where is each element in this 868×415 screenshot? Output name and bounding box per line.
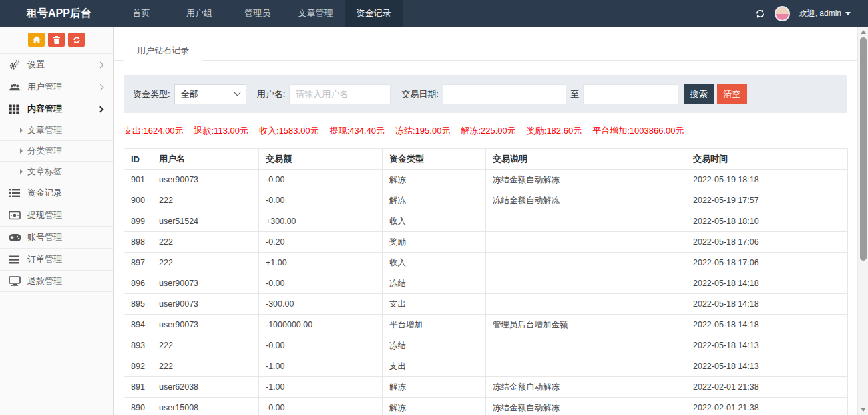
- top-navigation: 首页用户组管理员文章管理资金记录: [112, 0, 403, 27]
- sidebar-item-order-mgmt[interactable]: 订单管理: [0, 248, 113, 270]
- table-cell-note: [486, 294, 686, 315]
- chevron-down-icon: [234, 90, 240, 96]
- table-row: 891user62038-1.00解冻冻结金额自动解冻2022-02-01 21…: [124, 377, 848, 398]
- sidebar-item-label: 资金记录: [27, 187, 104, 199]
- table-cell-username: user62038: [152, 377, 259, 398]
- table-cell-type: 解冻: [383, 190, 486, 211]
- sidebar-item-article-tags[interactable]: 文章标签: [0, 161, 113, 182]
- table-cell-amount: -1.00: [259, 356, 383, 377]
- sidebar-item-content-mgmt[interactable]: 内容管理: [0, 98, 113, 120]
- recycle-icon: [73, 36, 81, 44]
- table-cell-username: 222: [152, 253, 259, 273]
- sidebar-item-label: 文章管理: [27, 124, 104, 136]
- table-cell-amount: -1000000.00: [259, 315, 383, 335]
- table-cell-username: user51524: [152, 211, 259, 232]
- table-cell-username: 222: [152, 190, 259, 211]
- table-cell-time: 2022-05-19 17:57: [686, 190, 848, 211]
- table-cell-type: 支出: [383, 356, 486, 377]
- table-cell-note: [486, 356, 686, 377]
- user-avatar[interactable]: [775, 6, 790, 21]
- table-cell-note: [486, 253, 686, 273]
- table-cell-type: 收入: [383, 253, 486, 273]
- table-cell-amount: -0.00: [259, 335, 383, 356]
- table-row: 890user15008-0.00解冻冻结金额自动解冻2022-02-01 21…: [124, 398, 848, 415]
- chevron-right-icon: [97, 106, 104, 112]
- sidebar-item-article-mgmt[interactable]: 文章管理: [0, 120, 113, 140]
- summary-stat: 提现:434.40元: [330, 125, 385, 137]
- gears-icon: [9, 59, 22, 70]
- content-area: 资金类型: 全部 用户名: 交易日期: 至 搜索 清空 支出:1624.00元退…: [114, 61, 857, 415]
- sidebar-quick-buttons: [0, 27, 113, 53]
- table-cell-id: 895: [124, 294, 152, 315]
- username-label: 用户名:: [257, 88, 286, 100]
- topnav-item-article-mgmt[interactable]: 文章管理: [286, 0, 345, 27]
- refresh-icon[interactable]: [755, 9, 765, 19]
- table-cell-amount: -0.00: [259, 273, 383, 294]
- fund-type-select[interactable]: 全部: [174, 84, 246, 104]
- sidebar-item-user-mgmt[interactable]: 用户管理: [0, 76, 113, 98]
- scroll-up-arrow[interactable]: [861, 30, 866, 34]
- summary-stat: 退款:113.00元: [194, 125, 248, 137]
- scrollbar-thumb[interactable]: [860, 37, 867, 261]
- table-cell-username: user15008: [152, 398, 259, 415]
- sidebar: 设置用户管理内容管理文章管理分类管理文章标签资金记录提现管理账号管理订单管理退款…: [0, 27, 114, 415]
- chevron-right-icon: [97, 84, 104, 90]
- trade-date-label: 交易日期:: [401, 88, 439, 100]
- table-cell-id: 900: [124, 190, 152, 211]
- clear-button[interactable]: 清空: [717, 84, 747, 104]
- sidebar-item-fund-records[interactable]: 资金记录: [0, 182, 113, 204]
- topnav-item-home[interactable]: 首页: [112, 0, 170, 27]
- table-row: 898222-0.20奖励2022-05-18 17:06: [124, 232, 848, 253]
- topnav-item-admin[interactable]: 管理员: [228, 0, 286, 27]
- summary-stat: 奖励:182.60元: [527, 125, 582, 137]
- users-icon: [9, 82, 22, 92]
- triangle-right-icon: [20, 169, 23, 174]
- table-cell-time: 2022-05-19 18:18: [686, 170, 848, 190]
- table-cell-id: 894: [124, 315, 152, 335]
- sidebar-item-label: 用户管理: [27, 81, 98, 93]
- date-to-input[interactable]: [583, 84, 678, 104]
- topnav-item-user-group[interactable]: 用户组: [170, 0, 228, 27]
- recycle-button[interactable]: [68, 33, 85, 47]
- sidebar-item-category-mgmt[interactable]: 分类管理: [0, 140, 113, 161]
- filter-panel: 资金类型: 全部 用户名: 交易日期: 至 搜索 清空: [124, 75, 847, 113]
- tab-user-diamond-records[interactable]: 用户钻石记录: [124, 39, 202, 62]
- topnav-item-fund-records[interactable]: 资金记录: [345, 0, 403, 27]
- table-cell-note: 冻结金额自动解冻: [486, 398, 686, 415]
- username-input[interactable]: [289, 84, 391, 104]
- sidebar-item-refund-mgmt[interactable]: 退款管理: [0, 270, 113, 292]
- table-cell-time: 2022-05-18 17:06: [686, 232, 848, 253]
- table-cell-note: 冻结金额自动解冻: [486, 170, 686, 190]
- user-menu[interactable]: 欢迎, admin: [799, 8, 851, 19]
- table-cell-amount: +300.00: [259, 211, 383, 232]
- search-button[interactable]: 搜索: [684, 84, 714, 104]
- sidebar-item-settings[interactable]: 设置: [0, 53, 113, 76]
- table-cell-time: 2022-05-18 18:10: [686, 211, 848, 232]
- sidebar-item-label: 内容管理: [27, 103, 98, 115]
- home-button[interactable]: [28, 33, 45, 47]
- table-cell-amount: -0.00: [259, 398, 383, 415]
- column-header: 交易说明: [486, 149, 686, 170]
- table-cell-note: [486, 335, 686, 356]
- table-cell-type: 解冻: [383, 170, 486, 190]
- table-row: 893222-0.00冻结2022-05-18 14:13: [124, 335, 848, 356]
- sidebar-item-withdraw-mgmt[interactable]: 提现管理: [0, 204, 113, 226]
- chevron-right-icon: [97, 61, 104, 68]
- column-header: ID: [124, 149, 152, 170]
- sidebar-item-account-mgmt[interactable]: 账号管理: [0, 226, 113, 248]
- column-header: 交易额: [259, 149, 383, 170]
- trash-button[interactable]: [48, 33, 65, 47]
- vertical-scrollbar[interactable]: [857, 27, 868, 415]
- scroll-down-arrow[interactable]: [861, 408, 866, 412]
- main-area: 用户钻石记录 资金类型: 全部 用户名: 交易日期: 至 搜索 清空 支出:16…: [114, 27, 857, 415]
- table-cell-id: 899: [124, 211, 152, 232]
- grid-icon: [9, 104, 22, 114]
- summary-stat: 收入:1583.00元: [259, 125, 319, 137]
- summary-stat: 支出:1624.00元: [124, 125, 184, 137]
- fund-summary: 支出:1624.00元退款:113.00元收入:1583.00元提现:434.4…: [124, 125, 847, 137]
- trash-icon: [53, 36, 60, 44]
- date-from-input[interactable]: [443, 84, 566, 104]
- fund-type-label: 资金类型:: [133, 88, 170, 100]
- table-cell-time: 2022-05-18 17:06: [686, 253, 848, 273]
- table-cell-note: [486, 211, 686, 232]
